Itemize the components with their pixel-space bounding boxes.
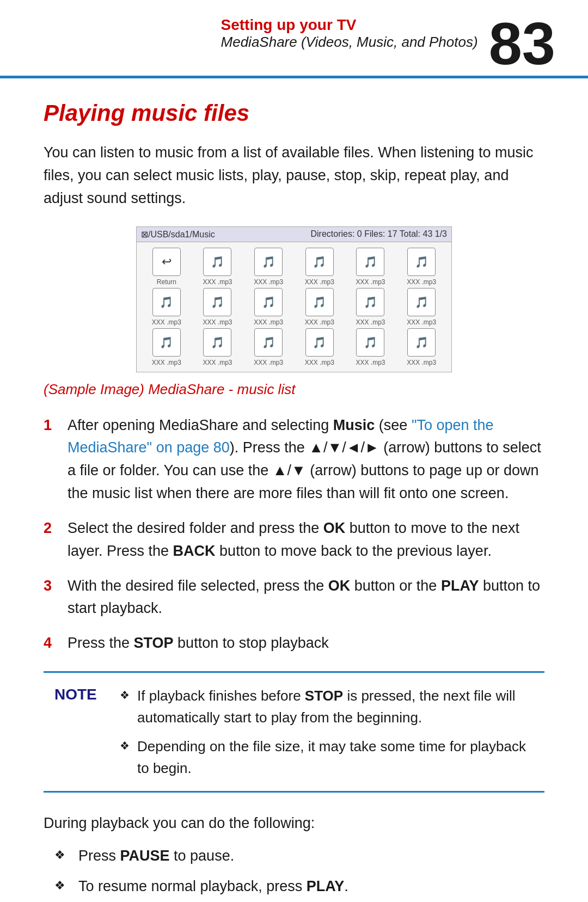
intro-text: You can listen to music from a list of a… bbox=[44, 142, 544, 210]
bullet-diamond-icon: ❖ bbox=[54, 875, 71, 895]
music-file-icon: 🎵 bbox=[407, 328, 436, 357]
diamond-icon-1: ❖ bbox=[120, 685, 130, 704]
page-link-1[interactable]: "To open the MediaShare" on page 80 bbox=[68, 417, 494, 456]
step-number-1: 1 bbox=[44, 414, 68, 505]
playback-section: During playback you can do the following… bbox=[44, 812, 544, 902]
note-bullet-1: ❖ If playback finishes before STOP is pr… bbox=[120, 685, 528, 729]
music-file-icon: 🎵 bbox=[203, 328, 231, 357]
playback-text-1: Press PAUSE to pause. bbox=[78, 845, 234, 868]
music-cell: 🎵 XXX .mp3 bbox=[244, 328, 293, 366]
playback-bullets: ❖ Press PAUSE to pause. ❖ To resume norm… bbox=[44, 845, 544, 902]
music-cell: ↩ Return bbox=[142, 248, 191, 286]
music-file-icon: 🎵 bbox=[152, 328, 181, 357]
music-cell: 🎵 XXX .mp3 bbox=[193, 248, 242, 286]
page-number: 83 bbox=[489, 16, 555, 70]
bullet-diamond-icon: ❖ bbox=[54, 845, 71, 864]
cell-label: XXX .mp3 bbox=[203, 318, 232, 326]
cell-label: XXX .mp3 bbox=[356, 318, 385, 326]
step-4: 4 Press the STOP button to stop playback bbox=[44, 632, 544, 655]
music-cell: 🎵 XXX .mp3 bbox=[397, 288, 446, 326]
music-file-icon: 🎵 bbox=[254, 328, 283, 357]
music-list-image: ⊠/USB/sda1/Music Directories: 0 Files: 1… bbox=[136, 226, 452, 372]
cell-label: XXX .mp3 bbox=[203, 278, 232, 286]
cell-label: XXX .mp3 bbox=[407, 318, 436, 326]
cell-label: XXX .mp3 bbox=[203, 359, 232, 366]
cell-label: XXX .mp3 bbox=[254, 278, 283, 286]
step-number-4: 4 bbox=[44, 632, 68, 655]
step-content-4: Press the STOP button to stop playback bbox=[68, 632, 544, 655]
cell-label: XXX .mp3 bbox=[407, 278, 436, 286]
step-number-3: 3 bbox=[44, 575, 68, 621]
header-right: Setting up your TV MediaShare (Videos, M… bbox=[221, 16, 555, 70]
music-file-icon: 🎵 bbox=[203, 248, 231, 276]
music-list-header: ⊠/USB/sda1/Music Directories: 0 Files: 1… bbox=[137, 227, 451, 242]
cell-label: XXX .mp3 bbox=[356, 278, 385, 286]
step-content-3: With the desired file selected, press th… bbox=[68, 575, 544, 621]
music-cell: 🎵 XXX .mp3 bbox=[142, 328, 191, 366]
note-text-1: If playback finishes before STOP is pres… bbox=[137, 685, 528, 729]
music-cell: 🎵 XXX .mp3 bbox=[397, 328, 446, 366]
note-label: NOTE bbox=[54, 685, 109, 703]
music-list-info: Directories: 0 Files: 17 Total: 43 1/3 bbox=[311, 229, 448, 240]
music-file-icon: 🎵 bbox=[356, 328, 384, 357]
music-cell: 🎵 XXX .mp3 bbox=[295, 288, 344, 326]
music-cell: 🎵 XXX .mp3 bbox=[346, 328, 395, 366]
step-2: 2 Select the desired folder and press th… bbox=[44, 517, 544, 563]
cell-label: XXX .mp3 bbox=[407, 359, 436, 366]
cell-label: XXX .mp3 bbox=[152, 359, 181, 366]
step-content-1: After opening MediaShare and selecting M… bbox=[68, 414, 544, 505]
step-content-2: Select the desired folder and press the … bbox=[68, 517, 544, 563]
steps-list: 1 After opening MediaShare and selecting… bbox=[44, 414, 544, 655]
music-file-icon: 🎵 bbox=[305, 328, 334, 357]
music-file-icon: 🎵 bbox=[203, 288, 231, 316]
step-3: 3 With the desired file selected, press … bbox=[44, 575, 544, 621]
step-1: 1 After opening MediaShare and selecting… bbox=[44, 414, 544, 505]
music-cell: 🎵 XXX .mp3 bbox=[193, 328, 242, 366]
music-cell: 🎵 XXX .mp3 bbox=[193, 288, 242, 326]
media-share-subtitle: MediaShare (Videos, Music, and Photos) bbox=[221, 34, 478, 51]
playback-bullet-2: ❖ To resume normal playback, press PLAY. bbox=[54, 875, 544, 898]
cell-label: XXX .mp3 bbox=[305, 278, 334, 286]
music-file-icon: 🎵 bbox=[254, 288, 283, 316]
music-file-icon: 🎵 bbox=[152, 288, 181, 316]
music-file-icon: 🎵 bbox=[305, 248, 334, 276]
music-file-icon: 🎵 bbox=[254, 248, 283, 276]
music-file-icon: 🎵 bbox=[356, 248, 384, 276]
cell-label: XXX .mp3 bbox=[254, 359, 283, 366]
cell-label: XXX .mp3 bbox=[305, 359, 334, 366]
music-cell: 🎵 XXX .mp3 bbox=[244, 288, 293, 326]
music-file-icon: 🎵 bbox=[305, 288, 334, 316]
music-file-icon: 🎵 bbox=[356, 288, 384, 316]
playback-bullet-1: ❖ Press PAUSE to pause. bbox=[54, 845, 544, 868]
note-box: NOTE ❖ If playback finishes before STOP … bbox=[44, 671, 544, 793]
setting-up-label: Setting up your TV bbox=[221, 16, 478, 34]
note-bullet-2: ❖ Depending on the file size, it may tak… bbox=[120, 735, 528, 780]
music-cell: 🎵 XXX .mp3 bbox=[346, 248, 395, 286]
cell-label: Return bbox=[157, 278, 176, 286]
page-header: Setting up your TV MediaShare (Videos, M… bbox=[0, 0, 588, 70]
music-cell: 🎵 XXX .mp3 bbox=[142, 288, 191, 326]
note-text-2: Depending on the file size, it may take … bbox=[137, 735, 528, 780]
music-cell: 🎵 XXX .mp3 bbox=[295, 248, 344, 286]
sample-caption: (Sample Image) MediaShare - music list bbox=[44, 381, 544, 398]
cell-label: XXX .mp3 bbox=[356, 359, 385, 366]
cell-label: XXX .mp3 bbox=[305, 318, 334, 326]
section-title: Playing music files bbox=[44, 100, 544, 126]
header-top-row: Setting up your TV MediaShare (Videos, M… bbox=[221, 16, 555, 70]
music-cell: 🎵 XXX .mp3 bbox=[295, 328, 344, 366]
main-content: Playing music files You can listen to mu… bbox=[0, 78, 588, 902]
music-cell: 🎵 XXX .mp3 bbox=[397, 248, 446, 286]
playback-intro: During playback you can do the following… bbox=[44, 812, 544, 835]
return-icon: ↩ bbox=[152, 248, 181, 276]
cell-label: XXX .mp3 bbox=[254, 318, 283, 326]
playback-text-2: To resume normal playback, press PLAY. bbox=[78, 875, 348, 898]
music-file-icon: 🎵 bbox=[407, 248, 436, 276]
music-list-path: ⊠/USB/sda1/Music bbox=[141, 229, 215, 240]
diamond-icon-2: ❖ bbox=[120, 735, 130, 754]
music-cell: 🎵 XXX .mp3 bbox=[244, 248, 293, 286]
note-content: ❖ If playback finishes before STOP is pr… bbox=[120, 685, 528, 779]
cell-label: XXX .mp3 bbox=[152, 318, 181, 326]
music-cell: 🎵 XXX .mp3 bbox=[346, 288, 395, 326]
step-number-2: 2 bbox=[44, 517, 68, 563]
music-list-grid: ↩ Return 🎵 XXX .mp3 🎵 XXX .mp3 🎵 XXX .mp… bbox=[137, 242, 451, 372]
